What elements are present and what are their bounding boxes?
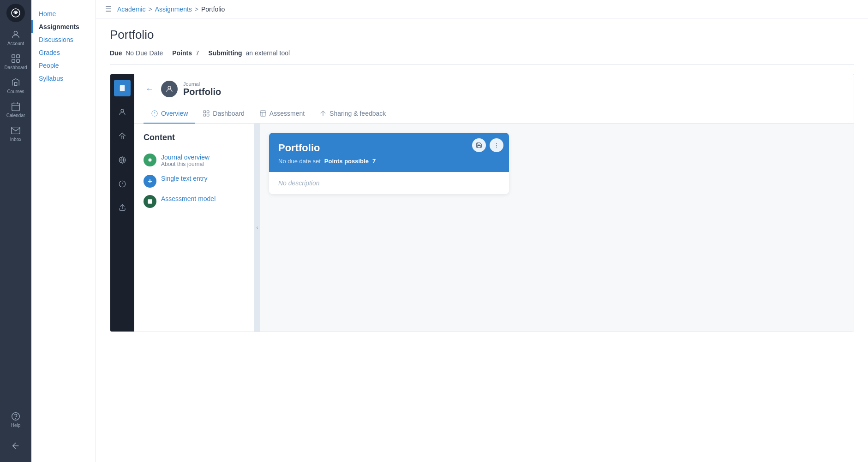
content-item-assessment[interactable]: Assessment model bbox=[144, 191, 245, 212]
svg-rect-6 bbox=[17, 59, 19, 62]
text-entry-text: Single text entry bbox=[161, 175, 207, 182]
svg-point-2 bbox=[14, 31, 17, 35]
journal-main: ← Journal Portfolio bbox=[134, 74, 854, 332]
nav-courses-label: Courses bbox=[7, 89, 24, 94]
svg-point-15 bbox=[168, 86, 171, 89]
card-save-button[interactable] bbox=[472, 138, 486, 152]
breadcrumb-sep-2: > bbox=[195, 6, 198, 13]
nav-account-label: Account bbox=[7, 41, 24, 46]
card-due: No due date set bbox=[278, 158, 321, 165]
tab-assessment-label: Assessment bbox=[269, 110, 305, 117]
journal-nav-home[interactable] bbox=[114, 128, 131, 144]
collapse-handle[interactable]: ‹ bbox=[254, 124, 260, 332]
breadcrumb-academic[interactable]: Academic bbox=[117, 6, 145, 13]
journal-tabs: Overview Dashboard Assessment bbox=[134, 104, 854, 124]
points-meta: Points 7 bbox=[172, 49, 199, 57]
tab-assessment[interactable]: Assessment bbox=[252, 104, 312, 124]
due-label-text: Due bbox=[110, 49, 122, 57]
nav-item-help[interactable]: Help bbox=[0, 408, 31, 432]
portfolio-card-title: Portfolio bbox=[278, 142, 500, 154]
nav-calendar-label: Calendar bbox=[6, 113, 25, 118]
journal-nav-globe[interactable] bbox=[114, 152, 131, 168]
nav-rail: Account Dashboard Courses Calendar Inbox bbox=[0, 0, 31, 462]
collapse-icon: ‹ bbox=[257, 225, 258, 230]
assessment-title: Assessment model bbox=[161, 195, 216, 202]
nav-item-account[interactable]: Account bbox=[0, 26, 31, 50]
breadcrumb-current: Portfolio bbox=[201, 6, 225, 13]
nav-collapse-button[interactable] bbox=[0, 437, 31, 455]
svg-rect-17 bbox=[260, 111, 266, 116]
nav-item-courses[interactable]: Courses bbox=[0, 74, 31, 98]
breadcrumb-sep-1: > bbox=[148, 6, 152, 13]
content-item-text-entry[interactable]: Single text entry bbox=[144, 171, 245, 191]
sidebar-item-people[interactable]: People bbox=[31, 59, 96, 72]
card-actions bbox=[472, 138, 503, 152]
tab-overview-label: Overview bbox=[161, 110, 188, 117]
svg-point-21 bbox=[496, 145, 497, 146]
card-points-label: Points possible bbox=[324, 158, 369, 165]
journal-header: ← Journal Portfolio bbox=[134, 74, 854, 104]
svg-point-10 bbox=[16, 418, 16, 419]
main-area: ☰ Academic > Assignments > Portfolio Por… bbox=[96, 0, 868, 462]
tab-dashboard[interactable]: Dashboard bbox=[195, 104, 252, 124]
journal-container: ← Journal Portfolio bbox=[110, 74, 854, 332]
content-title: Content bbox=[144, 133, 245, 142]
svg-point-18 bbox=[149, 159, 152, 162]
svg-rect-4 bbox=[17, 55, 19, 58]
tab-sharing[interactable]: Sharing & feedback bbox=[312, 104, 393, 124]
nav-help-label: Help bbox=[11, 423, 21, 428]
sidebar-item-syllabus[interactable]: Syllabus bbox=[31, 72, 96, 85]
due-value: No Due Date bbox=[126, 49, 163, 57]
journal-avatar bbox=[161, 81, 178, 97]
content-item-overview[interactable]: Journal overview About this journal bbox=[144, 150, 245, 171]
svg-point-20 bbox=[496, 143, 497, 144]
due-label: Due No Due Date bbox=[110, 49, 163, 57]
svg-rect-7 bbox=[14, 83, 17, 85]
journal-subtitle: Journal bbox=[183, 81, 221, 87]
journal-title: Portfolio bbox=[183, 87, 221, 97]
journal-nav-share[interactable] bbox=[114, 200, 131, 216]
portfolio-card-header: Portfolio No due date set Points possibl… bbox=[269, 133, 509, 172]
card-more-button[interactable] bbox=[490, 138, 503, 152]
journal-content-sidebar: Content Journal overview About this jour… bbox=[134, 124, 254, 332]
portfolio-card-body: No description bbox=[269, 172, 509, 194]
portfolio-card-meta: No due date set Points possible 7 bbox=[278, 158, 500, 165]
points-value: 7 bbox=[196, 49, 199, 57]
nav-inbox-label: Inbox bbox=[10, 137, 21, 142]
app-logo[interactable] bbox=[6, 4, 25, 22]
nav-item-calendar[interactable]: Calendar bbox=[0, 98, 31, 122]
overview-title: Journal overview bbox=[161, 154, 210, 161]
sidebar-item-discussions[interactable]: Discussions bbox=[31, 33, 96, 46]
sidebar-item-home[interactable]: Home bbox=[31, 7, 96, 20]
svg-rect-8 bbox=[12, 103, 20, 111]
journal-nav-profile[interactable] bbox=[114, 104, 131, 120]
submitting-meta: Submitting an external tool bbox=[209, 49, 290, 57]
breadcrumb-assignments[interactable]: Assignments bbox=[155, 6, 192, 13]
svg-point-12 bbox=[121, 109, 124, 112]
nav-item-inbox[interactable]: Inbox bbox=[0, 122, 31, 146]
svg-rect-11 bbox=[120, 85, 125, 91]
journal-right-panel: Portfolio No due date set Points possibl… bbox=[260, 124, 854, 332]
nav-item-dashboard[interactable]: Dashboard bbox=[0, 50, 31, 74]
text-entry-title: Single text entry bbox=[161, 175, 207, 182]
overview-sub: About this journal bbox=[161, 161, 210, 167]
svg-rect-19 bbox=[148, 199, 152, 203]
card-description: No description bbox=[278, 179, 320, 187]
journal-nav-page[interactable] bbox=[114, 80, 131, 96]
svg-rect-5 bbox=[12, 59, 15, 62]
tab-overview[interactable]: Overview bbox=[144, 104, 195, 124]
menu-icon[interactable]: ☰ bbox=[105, 5, 112, 13]
sidebar-item-grades[interactable]: Grades bbox=[31, 46, 96, 59]
sidebar-item-assignments[interactable]: Assignments bbox=[31, 20, 96, 33]
topbar: ☰ Academic > Assignments > Portfolio bbox=[96, 0, 868, 18]
portfolio-card: Portfolio No due date set Points possibl… bbox=[269, 133, 509, 194]
assignment-meta: Due No Due Date Points 7 Submitting an e… bbox=[110, 49, 854, 65]
page-content: Portfolio Due No Due Date Points 7 Submi… bbox=[96, 18, 868, 462]
assessment-icon bbox=[144, 195, 156, 208]
submitting-label-text: Submitting bbox=[209, 49, 242, 57]
nav-dashboard-label: Dashboard bbox=[5, 65, 27, 70]
journal-nav-info[interactable] bbox=[114, 176, 131, 192]
journal-title-block: Journal Portfolio bbox=[183, 81, 221, 97]
back-button[interactable]: ← bbox=[144, 84, 156, 94]
overview-text: Journal overview About this journal bbox=[161, 154, 210, 167]
